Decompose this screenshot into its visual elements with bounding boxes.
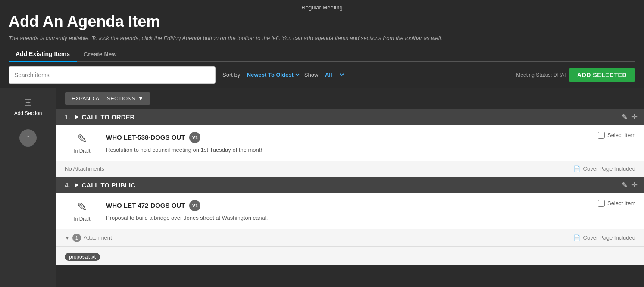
section-1-triangle-icon: ▶ xyxy=(75,114,78,120)
grid-icon: ⊞ xyxy=(24,97,32,109)
move-icon-2[interactable]: ✛ xyxy=(631,181,637,189)
section-1-name: CALL TO ORDER xyxy=(82,113,135,121)
item-2-version-badge: V1 xyxy=(189,200,200,211)
item-1-title-row: WHO LET-538-DOGS OUT V1 xyxy=(106,132,577,143)
item-2-status-label: In Draft xyxy=(73,216,90,222)
section-2-name: CALL TO PUBLIC xyxy=(82,181,135,189)
attachment-expand-icon[interactable]: ▼ xyxy=(65,235,70,241)
item-1-attachment-label: No Attachments xyxy=(65,165,104,172)
item-card-2: ✎ In Draft WHO LET-472-DOGS OUT V1 Propo… xyxy=(56,193,644,229)
attachment-bar-1: No Attachments 📄 Cover Page Included xyxy=(56,161,644,177)
item-1-checkbox[interactable] xyxy=(598,132,605,139)
section-2-number: 4. xyxy=(65,181,70,189)
item-2-title: WHO LET-472-DOGS OUT xyxy=(106,202,185,209)
expand-chevron-icon: ▼ xyxy=(138,95,144,102)
tabs-row: Add Existing Items Create New xyxy=(9,47,635,62)
move-icon[interactable]: ✛ xyxy=(631,113,637,121)
show-dropdown[interactable]: All Draft Final xyxy=(323,71,345,78)
item-1-version-badge: V1 xyxy=(189,132,200,143)
item-2-select-label: Select Item xyxy=(607,200,635,206)
section-1-number: 1. xyxy=(65,113,70,121)
cover-page-icon-2: 📄 xyxy=(573,234,581,241)
attachment-file-tag: proposal.txt xyxy=(65,253,100,261)
toolbar: Sort by: Newest To Oldest Oldest To Newe… xyxy=(0,62,644,88)
expand-btn-label: EXPAND ALL SECTIONS xyxy=(72,95,135,102)
item-1-cover-page: 📄 Cover Page Included xyxy=(573,165,635,172)
item-1-select-label: Select Item xyxy=(607,132,635,138)
section-call-to-public: 4. ▶ CALL TO PUBLIC ✎ ✛ xyxy=(56,177,644,193)
item-2-select-area: Select Item xyxy=(584,200,635,207)
sort-show-area: Sort by: Newest To Oldest Oldest To Newe… xyxy=(222,71,345,78)
item-1-select-area: Select Item xyxy=(584,132,635,139)
section-call-to-order: 1. ▶ CALL TO ORDER ✎ ✛ xyxy=(56,109,644,125)
section-1-actions: ✎ ✛ xyxy=(622,113,637,121)
section-2-triangle-icon: ▶ xyxy=(75,182,78,188)
section-2-actions: ✎ ✛ xyxy=(622,181,637,189)
attachment-files: proposal.txt xyxy=(56,247,644,265)
item-card-1: ✎ In Draft WHO LET-538-DOGS OUT V1 Resol… xyxy=(56,125,644,161)
sort-label: Sort by: xyxy=(222,72,242,78)
main-content: EXPAND ALL SECTIONS ▼ 1. ▶ CALL TO ORDER… xyxy=(56,88,644,287)
upload-button[interactable]: ↑ xyxy=(19,129,37,147)
item-2-cover-page: 📄 Cover Page Included xyxy=(573,234,635,241)
item-2-checkbox[interactable] xyxy=(598,200,605,207)
meeting-title: Regular Meeting xyxy=(9,4,635,11)
item-1-title: WHO LET-538-DOGS OUT xyxy=(106,134,185,141)
item-1-status: ✎ In Draft xyxy=(65,132,99,154)
item-2-attachment-count: 1 xyxy=(72,234,81,242)
item-2-cover-page-label: Cover Page Included xyxy=(583,234,635,241)
add-section-label: Add Section xyxy=(14,110,42,116)
header: Regular Meeting Add An Agenda Item The a… xyxy=(0,0,644,62)
page-title: Add An Agenda Item xyxy=(9,12,635,31)
search-input[interactable] xyxy=(9,66,216,84)
tab-create-new[interactable]: Create New xyxy=(77,47,123,61)
item-1-description: Resolution to hold council meeting on 1s… xyxy=(106,147,577,153)
info-text: The agenda is currently editable. To loc… xyxy=(9,34,635,43)
cover-page-icon: 📄 xyxy=(573,165,581,172)
item-2-attachment-expand: ▼ 1 Attachment xyxy=(65,234,112,242)
tab-add-existing[interactable]: Add Existing Items xyxy=(9,47,77,62)
add-section-button[interactable]: ⊞ Add Section xyxy=(14,97,42,116)
draft-edit-icon: ✎ xyxy=(77,132,87,146)
attachment-bar-2: ▼ 1 Attachment 📄 Cover Page Included xyxy=(56,229,644,247)
add-selected-button[interactable]: ADD SELECTED xyxy=(569,68,635,82)
show-label: Show: xyxy=(304,72,320,78)
item-2-attachment-label: Attachment xyxy=(84,234,112,241)
item-2-description: Proposal to build a bridge over Jones st… xyxy=(106,215,577,221)
edit-icon-2[interactable]: ✎ xyxy=(622,181,627,189)
expand-bar: EXPAND ALL SECTIONS ▼ xyxy=(56,88,644,109)
item-2-title-row: WHO LET-472-DOGS OUT V1 xyxy=(106,200,577,211)
meeting-status: Meeting Status: DRAFT xyxy=(516,72,571,78)
item-1-cover-page-label: Cover Page Included xyxy=(583,165,635,172)
sort-dropdown[interactable]: Newest To Oldest Oldest To Newest xyxy=(245,71,301,78)
main-layout: ⊞ Add Section ↑ EXPAND ALL SECTIONS ▼ 1.… xyxy=(0,88,644,287)
item-1-status-label: In Draft xyxy=(73,148,90,154)
left-sidebar: ⊞ Add Section ↑ xyxy=(0,88,56,287)
item-2-status: ✎ In Draft xyxy=(65,200,99,222)
expand-all-button[interactable]: EXPAND ALL SECTIONS ▼ xyxy=(65,92,150,105)
draft-edit-icon-2: ✎ xyxy=(77,200,87,214)
edit-icon[interactable]: ✎ xyxy=(622,113,627,121)
item-1-body: WHO LET-538-DOGS OUT V1 Resolution to ho… xyxy=(106,132,577,153)
item-2-body: WHO LET-472-DOGS OUT V1 Proposal to buil… xyxy=(106,200,577,221)
upload-icon: ↑ xyxy=(19,129,37,147)
